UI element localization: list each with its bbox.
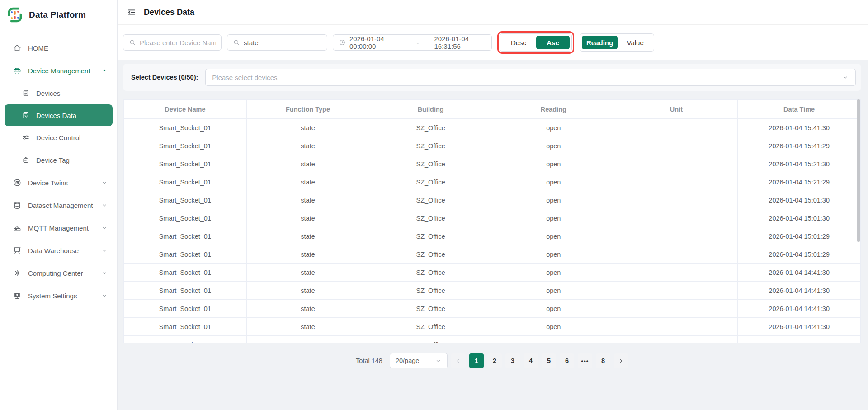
pagination: Total 148 20/page 123456•••8 [123, 353, 861, 368]
sidebar-item-system-settings[interactable]: System Settings [0, 284, 117, 307]
toggle-option-reading[interactable]: Reading [582, 36, 618, 49]
device-tag-icon [22, 156, 30, 164]
table-cell: open [492, 119, 615, 137]
sidebar-item-device-twins[interactable]: Device Twins [0, 171, 117, 194]
page-button-8[interactable]: 8 [596, 353, 610, 368]
sidebar-item-label: MQTT Management [28, 224, 101, 232]
page-button-1[interactable]: 1 [469, 353, 484, 368]
table-cell: SZ_Office [369, 318, 492, 336]
page-ellipsis-button[interactable]: ••• [578, 353, 592, 368]
devices-icon [22, 89, 30, 97]
table-cell [615, 245, 738, 264]
table-cell: state [246, 191, 369, 209]
sidebar-item-mqtt-management[interactable]: MQTT Management [0, 217, 117, 239]
table-header-function-type: Function Type [246, 100, 369, 119]
table-cell: state [246, 245, 369, 264]
table-cell [615, 282, 738, 300]
sort-order-toggle: DescAsc [500, 33, 572, 52]
table-cell: 2026-01-04 15:01:30 [738, 191, 861, 209]
chevron-down-icon [842, 74, 849, 81]
sidebar-item-device-tag[interactable]: Device Tag [0, 149, 117, 171]
function-type-search-field[interactable] [227, 34, 327, 51]
sidebar-item-data-warehouse[interactable]: Data Warehouse [0, 239, 117, 262]
table-header-device-name: Device Name [124, 100, 247, 119]
sidebar-item-label: Device Management [28, 67, 101, 75]
page-button-4[interactable]: 4 [524, 353, 538, 368]
sidebar-item-home[interactable]: HOME [0, 37, 117, 59]
page-button-2[interactable]: 2 [487, 353, 502, 368]
page-button-3[interactable]: 3 [505, 353, 520, 368]
brand-area: Data Platform [0, 0, 117, 30]
page-button-6[interactable]: 6 [560, 353, 574, 368]
toggle-option-value[interactable]: Value [618, 36, 652, 49]
table-cell: state [246, 264, 369, 282]
prev-page-button[interactable] [451, 353, 466, 368]
collapse-sidebar-icon[interactable] [127, 8, 137, 17]
table-row: Smart_Socket_01stateSZ_Officeopen2026-01… [124, 137, 861, 155]
table-cell: SZ_Office [369, 282, 492, 300]
device-name-search-field[interactable] [123, 34, 222, 51]
date-range-separator: - [417, 39, 419, 47]
next-page-button[interactable] [614, 353, 628, 368]
sidebar-item-label: System Settings [28, 292, 101, 300]
table-row: Smart_Socket_01stateSZ_Officeopen2026-01… [124, 209, 861, 227]
toggle-option-desc[interactable]: Desc [502, 36, 535, 49]
date-range-start[interactable]: 2026-01-04 00:00:00 [349, 35, 401, 50]
table-cell: SZ_Office [369, 264, 492, 282]
table-cell: 2026-01-04 14:41:30 [738, 264, 861, 282]
chevron-down-icon [101, 292, 108, 299]
table-scrollbar[interactable] [857, 99, 860, 242]
device-name-input[interactable] [140, 39, 216, 47]
dataset-management-icon [13, 201, 22, 210]
sidebar-item-device-management[interactable]: Device Management [0, 59, 117, 82]
clock-icon [339, 39, 346, 46]
device-select-dropdown[interactable]: Please select devices [205, 69, 856, 86]
table-cell: Smart_Socket_01 [124, 227, 247, 245]
mqtt-management-icon [13, 223, 22, 232]
table-cell: state [246, 300, 369, 318]
sidebar-item-computing-center[interactable]: Computing Center [0, 262, 117, 284]
table-cell: state [246, 155, 369, 173]
chevron-down-icon [101, 247, 108, 254]
table-row: Smart_Socket_01stateSZ_Officeopen2026-01… [124, 155, 861, 173]
table-cell: Smart_Socket_01 [124, 336, 247, 344]
chevron-down-icon [101, 202, 108, 209]
table-cell: open [492, 191, 615, 209]
table-cell: Smart_Socket_01 [124, 318, 247, 336]
table-cell: state [246, 137, 369, 155]
table-cell: 2026-01-04 15:21:30 [738, 155, 861, 173]
sidebar-item-dataset-management[interactable]: Dataset Management [0, 194, 117, 217]
table-body: Smart_Socket_01stateSZ_Officeopen2026-01… [124, 119, 861, 344]
page-size-select[interactable]: 20/page [390, 353, 448, 368]
sidebar-item-devices-data[interactable]: Devices Data [5, 104, 113, 126]
table-cell: SZ_Office [369, 300, 492, 318]
table-row: Smart_Socket_01stateSZ_Officeopen2026-01… [124, 245, 861, 264]
toggle-option-asc[interactable]: Asc [536, 36, 570, 49]
table-row: Smart_Socket_01stateSZ_Officeopen2026-01… [124, 282, 861, 300]
table-cell: Smart_Socket_01 [124, 137, 247, 155]
table-header-unit: Unit [615, 100, 738, 119]
function-type-input[interactable] [244, 39, 321, 47]
table-header-reading: Reading [492, 100, 615, 119]
table-cell: open [492, 282, 615, 300]
table-cell: Smart_Socket_01 [124, 173, 247, 191]
table-cell: state [246, 173, 369, 191]
sidebar-item-label: Device Control [36, 134, 108, 141]
table-cell: SZ_Office [369, 227, 492, 245]
table-cell: state [246, 336, 369, 344]
sidebar-item-device-control[interactable]: Device Control [0, 126, 117, 149]
reading-value-toggle: ReadingValue [580, 33, 654, 52]
table-cell [615, 191, 738, 209]
date-range-picker[interactable]: 2026-01-04 00:00:00 - 2026-01-04 16:31:5… [333, 34, 492, 51]
page-button-5[interactable]: 5 [542, 353, 556, 368]
data-warehouse-icon [13, 246, 22, 255]
table-cell: SZ_Office [369, 119, 492, 137]
table-cell: SZ_Office [369, 155, 492, 173]
date-range-end[interactable]: 2026-01-04 16:31:56 [434, 35, 486, 50]
table-cell: 2026-01-04 14:41:30 [738, 318, 861, 336]
device-select-placeholder: Please select devices [212, 74, 277, 81]
table-cell [615, 209, 738, 227]
sidebar-item-devices[interactable]: Devices [0, 82, 117, 104]
table-cell: Smart_Socket_01 [124, 264, 247, 282]
search-icon [233, 39, 240, 46]
